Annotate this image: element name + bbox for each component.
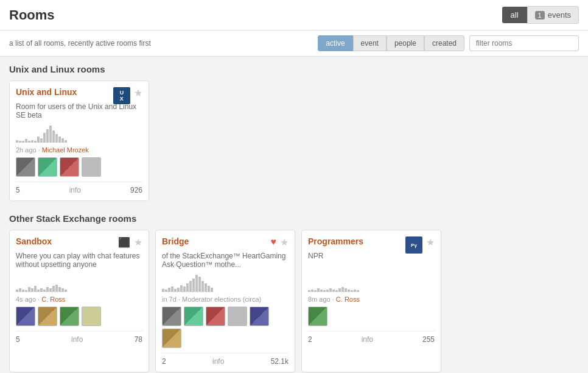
bar [22,290,24,292]
unix-section-title: Unix and Linux rooms [9,64,579,74]
avatar [206,307,225,326]
room-user-count-unix: 5 [16,186,20,194]
unix-rooms-grid: Unix and Linux ★ UX Room for users of th… [9,80,579,201]
bar [55,134,58,143]
avatar [308,307,327,326]
bar [351,290,353,292]
bar [205,283,207,292]
avatar [16,157,35,177]
avatar [38,157,57,177]
last-user-link-sandbox[interactable]: C. Ross [41,296,65,303]
bar [338,288,341,292]
bar [183,286,186,292]
room-info-link-bridge[interactable]: info [212,357,224,366]
room-logo-programmers: Pγ [405,236,422,254]
unix-section: Unix and Linux rooms Unix and Linux ★ UX… [0,57,588,206]
avatar [162,307,181,326]
star-icon-programmers[interactable]: ★ [426,236,435,248]
filter-people-button[interactable]: people [387,35,424,51]
room-card-sandbox: Sandbox ★ ⬛ Where you can play with chat… [9,230,149,372]
other-rooms-grid: Sandbox ★ ⬛ Where you can play with chat… [9,230,579,373]
bar [341,287,344,292]
sandbox-logo-icon: ⬛ [118,237,130,247]
events-badge: 1 [535,11,545,20]
avatar [184,307,203,326]
bar [189,281,192,292]
bar [19,288,21,292]
star-icon-bridge[interactable]: ★ [280,236,289,248]
room-card-bridge: Bridge ★ ♥ of the StackExchange™ HeartGa… [155,230,295,372]
room-activity-sandbox: 4s ago · C. Ross [16,296,142,303]
bar [55,285,58,292]
bar [323,290,326,292]
mini-chart-sandbox [16,274,142,292]
last-user-link-programmers[interactable]: C. Ross [336,296,360,303]
avatar [162,329,181,348]
room-info-link-sandbox[interactable]: info [71,335,83,344]
bar [162,289,164,292]
bar [19,141,21,143]
bar [348,290,350,292]
filter-active-button[interactable]: active [318,35,352,51]
filter-event-button[interactable]: event [353,35,387,51]
filter-input[interactable] [469,35,579,51]
bar [40,138,43,143]
bar [201,281,204,292]
room-info-link-unix[interactable]: info [69,186,81,194]
room-info-link-programmers[interactable]: info [362,335,373,344]
filter-bar: a list of all rooms, recently active roo… [0,30,588,57]
bar [192,279,195,292]
bar [31,288,33,292]
bar [332,290,335,292]
room-activity-unix: 2h ago · Michael Mrozek [16,146,142,154]
other-section: Other Stack Exchange rooms Sandbox ★ ⬛ W… [0,206,588,373]
room-name-programmers[interactable]: Programmers [308,236,363,246]
all-button[interactable]: all [502,7,527,23]
bar [46,287,49,292]
room-logo-ux-icon: UX [113,87,130,104]
bar [49,288,52,292]
filter-created-button[interactable]: created [424,35,464,51]
bar [43,290,46,292]
bar [22,141,24,143]
bar [211,288,213,292]
bar [49,126,52,143]
bar [37,137,40,143]
bar [174,289,177,292]
bar [16,140,18,143]
bar [31,140,33,143]
page-header: Rooms all 1 events [0,0,588,30]
bar [326,290,329,292]
avatar [82,307,101,326]
bar [34,141,37,143]
room-name-bridge[interactable]: Bridge [162,236,189,246]
header-controls: all 1 events [502,6,579,24]
star-icon-sandbox[interactable]: ★ [134,236,142,248]
page-title: Rooms [9,7,55,23]
bar [208,286,210,292]
room-avatars-programmers [308,307,435,326]
avatar [228,307,247,326]
avatar [16,307,35,326]
filter-controls: active event people created [318,35,579,51]
room-footer-programmers: 2 info 255 [308,331,435,344]
star-icon-unix[interactable]: ★ [134,87,142,99]
bar [28,287,30,292]
room-logo-prog-icon: Pγ [405,236,422,254]
bar [40,288,43,292]
bar [177,288,180,292]
last-user-link-unix[interactable]: Michael Mrozek [42,146,89,154]
bar [65,140,67,143]
bar [168,288,170,292]
room-name-unix[interactable]: Unix and Linux [16,87,77,97]
room-desc-bridge: of the StackExchange™ HeartGaming Ask·Qu… [162,252,289,270]
room-name-sandbox[interactable]: Sandbox [16,236,52,246]
bar [61,288,64,292]
sandbox-logo: ⬛ [118,236,130,248]
bridge-logo: ♥ [271,236,277,247]
events-button[interactable]: 1 events [527,6,579,24]
room-avatars-unix [16,157,142,177]
room-message-count-programmers: 255 [422,335,435,344]
bar [65,290,67,292]
bar [354,290,356,292]
